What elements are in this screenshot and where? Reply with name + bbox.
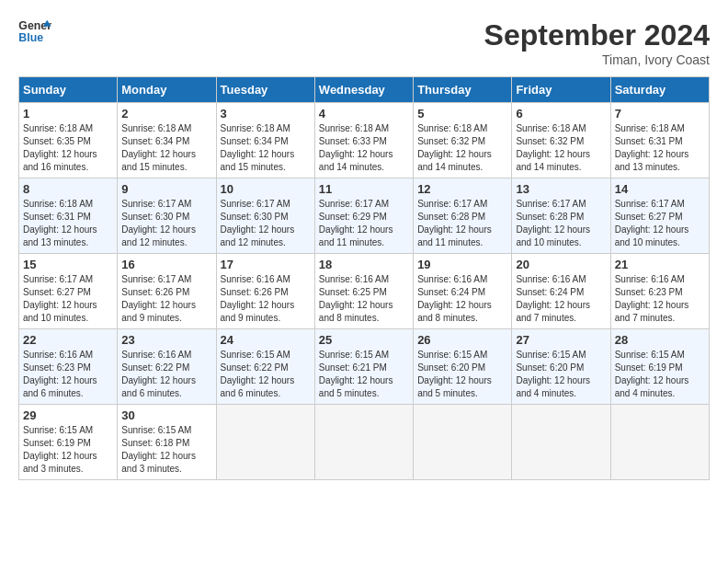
day-info: Sunrise: 6:18 AMSunset: 6:32 PMDaylight:… (417, 123, 492, 172)
calendar-week-4: 22Sunrise: 6:16 AMSunset: 6:23 PMDayligh… (19, 329, 710, 405)
day-number: 22 (23, 333, 113, 347)
day-number: 3 (221, 107, 311, 121)
col-saturday: Saturday (610, 77, 709, 103)
day-number: 25 (319, 333, 409, 347)
calendar-week-5: 29Sunrise: 6:15 AMSunset: 6:19 PMDayligh… (19, 405, 710, 480)
calendar-cell: 1Sunrise: 6:18 AMSunset: 6:35 PMDaylight… (19, 103, 118, 178)
day-info: Sunrise: 6:15 AMSunset: 6:21 PMDaylight:… (319, 350, 393, 398)
calendar-cell (414, 405, 512, 480)
day-info: Sunrise: 6:17 AMSunset: 6:30 PMDaylight:… (221, 199, 295, 247)
day-info: Sunrise: 6:17 AMSunset: 6:27 PMDaylight:… (615, 199, 689, 247)
calendar-cell: 7Sunrise: 6:18 AMSunset: 6:31 PMDaylight… (610, 103, 709, 178)
calendar-cell: 26Sunrise: 6:15 AMSunset: 6:20 PMDayligh… (414, 329, 512, 405)
calendar-cell: 2Sunrise: 6:18 AMSunset: 6:34 PMDaylight… (118, 103, 216, 178)
col-tuesday: Tuesday (216, 77, 314, 103)
day-info: Sunrise: 6:17 AMSunset: 6:28 PMDaylight:… (516, 199, 590, 247)
day-number: 4 (319, 107, 409, 121)
day-number: 20 (516, 258, 606, 271)
calendar-cell (216, 405, 314, 480)
calendar-cell: 9Sunrise: 6:17 AMSunset: 6:30 PMDaylight… (118, 178, 216, 254)
calendar-cell: 15Sunrise: 6:17 AMSunset: 6:27 PMDayligh… (19, 254, 118, 329)
calendar-cell: 25Sunrise: 6:15 AMSunset: 6:21 PMDayligh… (314, 329, 413, 405)
day-number: 24 (221, 333, 311, 347)
calendar-cell: 18Sunrise: 6:16 AMSunset: 6:25 PMDayligh… (314, 254, 413, 329)
calendar-cell (512, 405, 610, 480)
day-info: Sunrise: 6:16 AMSunset: 6:22 PMDaylight:… (121, 350, 196, 398)
calendar-cell: 19Sunrise: 6:16 AMSunset: 6:24 PMDayligh… (414, 254, 512, 329)
calendar-cell: 20Sunrise: 6:16 AMSunset: 6:24 PMDayligh… (512, 254, 610, 329)
calendar-week-3: 15Sunrise: 6:17 AMSunset: 6:27 PMDayligh… (19, 254, 710, 329)
day-info: Sunrise: 6:18 AMSunset: 6:31 PMDaylight:… (615, 123, 689, 172)
day-number: 28 (615, 333, 705, 347)
calendar-cell (314, 405, 413, 480)
day-number: 19 (417, 258, 507, 271)
location: Timan, Ivory Coast (484, 52, 710, 67)
day-info: Sunrise: 6:17 AMSunset: 6:26 PMDaylight:… (121, 274, 196, 323)
day-number: 2 (121, 107, 211, 121)
calendar-cell: 22Sunrise: 6:16 AMSunset: 6:23 PMDayligh… (19, 329, 118, 405)
day-number: 7 (615, 107, 705, 121)
day-info: Sunrise: 6:18 AMSunset: 6:35 PMDaylight:… (23, 123, 97, 172)
day-number: 15 (23, 258, 113, 271)
calendar-cell: 13Sunrise: 6:17 AMSunset: 6:28 PMDayligh… (512, 178, 610, 254)
day-info: Sunrise: 6:17 AMSunset: 6:29 PMDaylight:… (319, 199, 393, 247)
day-number: 17 (221, 258, 311, 271)
day-info: Sunrise: 6:17 AMSunset: 6:30 PMDaylight:… (121, 199, 196, 247)
logo-icon: General Blue (18, 18, 51, 46)
day-number: 30 (121, 408, 211, 422)
day-info: Sunrise: 6:16 AMSunset: 6:26 PMDaylight:… (221, 274, 295, 323)
day-number: 26 (417, 333, 507, 347)
day-info: Sunrise: 6:18 AMSunset: 6:34 PMDaylight:… (121, 123, 196, 172)
day-number: 13 (516, 182, 606, 196)
day-number: 14 (615, 182, 705, 196)
day-info: Sunrise: 6:15 AMSunset: 6:19 PMDaylight:… (615, 350, 689, 398)
calendar-cell: 5Sunrise: 6:18 AMSunset: 6:32 PMDaylight… (414, 103, 512, 178)
day-number: 16 (121, 258, 211, 271)
calendar-cell: 11Sunrise: 6:17 AMSunset: 6:29 PMDayligh… (314, 178, 413, 254)
day-info: Sunrise: 6:15 AMSunset: 6:19 PMDaylight:… (23, 425, 97, 474)
header-row: Sunday Monday Tuesday Wednesday Thursday… (19, 77, 710, 103)
day-info: Sunrise: 6:17 AMSunset: 6:27 PMDaylight:… (23, 274, 97, 323)
day-number: 9 (121, 182, 211, 196)
day-info: Sunrise: 6:16 AMSunset: 6:24 PMDaylight:… (417, 274, 492, 323)
month-title: September 2024 (484, 18, 710, 52)
calendar-cell: 23Sunrise: 6:16 AMSunset: 6:22 PMDayligh… (118, 329, 216, 405)
day-number: 1 (23, 107, 113, 121)
day-info: Sunrise: 6:18 AMSunset: 6:33 PMDaylight:… (319, 123, 393, 172)
day-info: Sunrise: 6:15 AMSunset: 6:22 PMDaylight:… (221, 350, 295, 398)
calendar-cell: 30Sunrise: 6:15 AMSunset: 6:18 PMDayligh… (118, 405, 216, 480)
calendar-cell: 3Sunrise: 6:18 AMSunset: 6:34 PMDaylight… (216, 103, 314, 178)
calendar-cell: 8Sunrise: 6:18 AMSunset: 6:31 PMDaylight… (19, 178, 118, 254)
day-number: 5 (417, 107, 507, 121)
col-sunday: Sunday (19, 77, 118, 103)
page-header: General Blue September 2024 Timan, Ivory… (18, 18, 710, 67)
calendar-table: Sunday Monday Tuesday Wednesday Thursday… (18, 76, 710, 480)
col-friday: Friday (512, 77, 610, 103)
day-number: 21 (615, 258, 705, 271)
calendar-cell: 12Sunrise: 6:17 AMSunset: 6:28 PMDayligh… (414, 178, 512, 254)
calendar-cell: 6Sunrise: 6:18 AMSunset: 6:32 PMDaylight… (512, 103, 610, 178)
col-monday: Monday (118, 77, 216, 103)
day-info: Sunrise: 6:18 AMSunset: 6:32 PMDaylight:… (516, 123, 590, 172)
svg-text:Blue: Blue (18, 31, 43, 44)
day-info: Sunrise: 6:18 AMSunset: 6:34 PMDaylight:… (221, 123, 295, 172)
calendar-cell: 21Sunrise: 6:16 AMSunset: 6:23 PMDayligh… (610, 254, 709, 329)
day-info: Sunrise: 6:15 AMSunset: 6:20 PMDaylight:… (516, 350, 590, 398)
day-number: 10 (221, 182, 311, 196)
logo: General Blue (18, 18, 51, 46)
calendar-cell: 24Sunrise: 6:15 AMSunset: 6:22 PMDayligh… (216, 329, 314, 405)
day-number: 6 (516, 107, 606, 121)
day-info: Sunrise: 6:17 AMSunset: 6:28 PMDaylight:… (417, 199, 492, 247)
day-number: 11 (319, 182, 409, 196)
day-number: 8 (23, 182, 113, 196)
day-info: Sunrise: 6:16 AMSunset: 6:25 PMDaylight:… (319, 274, 393, 323)
day-info: Sunrise: 6:15 AMSunset: 6:18 PMDaylight:… (121, 425, 196, 474)
day-number: 18 (319, 258, 409, 271)
day-info: Sunrise: 6:16 AMSunset: 6:23 PMDaylight:… (615, 274, 689, 323)
calendar-week-2: 8Sunrise: 6:18 AMSunset: 6:31 PMDaylight… (19, 178, 710, 254)
day-number: 23 (121, 333, 211, 347)
calendar-cell: 16Sunrise: 6:17 AMSunset: 6:26 PMDayligh… (118, 254, 216, 329)
calendar-cell: 27Sunrise: 6:15 AMSunset: 6:20 PMDayligh… (512, 329, 610, 405)
day-info: Sunrise: 6:16 AMSunset: 6:23 PMDaylight:… (23, 350, 97, 398)
calendar-cell: 14Sunrise: 6:17 AMSunset: 6:27 PMDayligh… (610, 178, 709, 254)
